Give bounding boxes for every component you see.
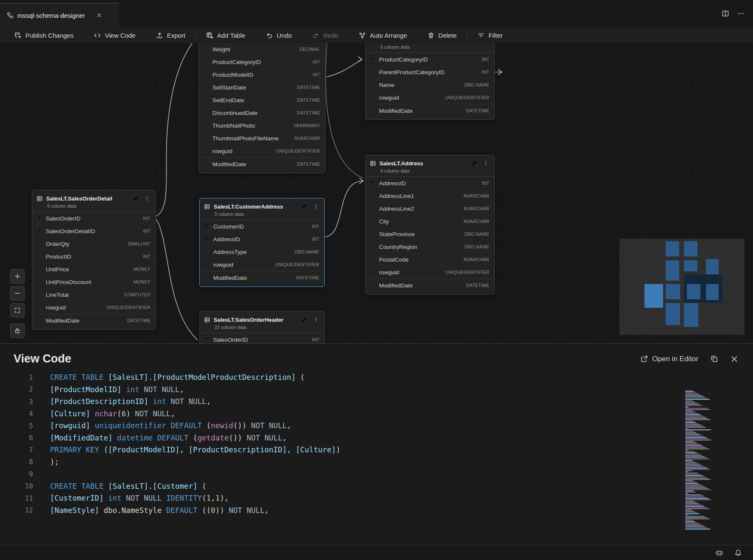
toolbar-delete-button[interactable]: Delete [417, 27, 467, 43]
table-card-product[interactable]: WeightDECIMALProductCategoryIDINTProduct… [198, 43, 326, 173]
table-row[interactable]: ProductCategoryIDINT [365, 53, 494, 66]
code-minimap-line [685, 489, 711, 490]
tab-mssql-schema-designer[interactable]: mssql-schema-designer [0, 3, 120, 27]
tab-bar: mssql-schema-designer [0, 0, 753, 27]
table-subtitle: 5 column data [200, 211, 324, 220]
table-row[interactable]: ParentProductCategoryIDINT [365, 66, 494, 78]
code-minimap-line [685, 433, 699, 434]
more-actions-icon[interactable] [737, 10, 745, 17]
table-row[interactable]: LineTotalCOMPUTED [32, 288, 156, 301]
table-card-header[interactable]: SalesLT.SalesOrderDetail [32, 190, 156, 203]
edit-table-icon[interactable] [300, 202, 308, 211]
edit-table-icon[interactable] [300, 315, 308, 324]
table-row[interactable]: ModifiedDateDATETIME [365, 279, 494, 292]
code-minimap-line [685, 488, 708, 489]
table-row[interactable]: AddressLine1NVARCHAR [365, 189, 494, 202]
zoom-out-button[interactable] [10, 286, 25, 301]
toolbar-add-table-button[interactable]: Add Table [196, 27, 255, 43]
table-row[interactable]: StateProvinceDBO.NAME [365, 228, 494, 240]
table-row[interactable]: ThumbnailPhotoFileNameNVARCHAR [199, 132, 325, 145]
table-card-customer-address[interactable]: SalesLT.CustomerAddress5 column dataCust… [199, 198, 325, 287]
open-in-editor-button[interactable]: Open in Editor [640, 355, 698, 363]
edit-table-icon[interactable] [131, 194, 139, 203]
code-minimap-line [685, 496, 704, 496]
table-menu-icon[interactable] [143, 194, 151, 203]
code-minimap-line [685, 510, 692, 510]
table-card-sales-order-detail[interactable]: SalesLT.SalesOrderDetail9 column dataSal… [32, 190, 156, 330]
table-row[interactable]: DiscontinuedDateDATETIME [199, 106, 325, 119]
code-minimap-line [685, 452, 697, 453]
code-minimap-line [685, 440, 711, 440]
table-row[interactable]: rowguidUNIQUEIDENTIFIER [365, 266, 494, 279]
table-row[interactable]: CountryRegionDBO.NAME [365, 240, 494, 253]
table-row[interactable]: CustomerIDINT [200, 220, 324, 233]
table-row[interactable]: PostalCodeNVARCHAR [365, 253, 494, 266]
table-row[interactable]: CityNVARCHAR [365, 215, 494, 228]
table-row[interactable]: ModifiedDateDATETIME [199, 157, 325, 170]
code-minimap-line [685, 427, 706, 428]
table-row[interactable]: WeightDECIMAL [199, 43, 325, 56]
table-card-header[interactable]: SalesLT.SalesOrderHeader [200, 312, 324, 324]
notifications-icon[interactable] [734, 549, 742, 557]
table-row[interactable]: AddressLine2NVARCHAR [365, 202, 494, 215]
canvas-minimap[interactable] [619, 239, 745, 335]
table-menu-icon[interactable] [312, 202, 320, 211]
zoom-out-icon [14, 290, 21, 297]
table-card-product-category[interactable]: 5 column dataProductCategoryIDINTParentP… [365, 43, 495, 120]
toolbar-export-button[interactable]: Export [146, 27, 195, 43]
table-card-address[interactable]: SalesLT.Address9 column dataAddressIDINT… [365, 155, 495, 295]
table-rows: WeightDECIMALProductCategoryIDINTProduct… [199, 43, 325, 170]
code-minimap-line [685, 512, 697, 513]
close-panel-icon[interactable] [730, 355, 739, 363]
table-row[interactable]: AddressTypeDBO.NAME [200, 245, 324, 258]
table-card-header[interactable]: SalesLT.CustomerAddress [200, 198, 324, 211]
code-minimap-line [685, 404, 700, 405]
table-row[interactable]: NameDBO.NAME [365, 78, 494, 91]
zoom-in-button[interactable] [10, 269, 25, 284]
table-row[interactable]: rowguidUNIQUEIDENTIFIER [32, 301, 156, 314]
toolbar-undo-button[interactable]: Undo [256, 27, 302, 43]
code-line: 4[Culture] nchar(6) NOT NULL, [0, 408, 753, 420]
close-tab-icon[interactable] [95, 11, 104, 20]
table-row[interactable]: ProductCategoryIDINT [199, 56, 325, 68]
code-text: [ProductModelID] int NOT NULL, [50, 385, 184, 394]
table-row[interactable]: SellStartDateDATETIME [199, 81, 325, 94]
schema-canvas[interactable]: WeightDECIMALProductCategoryIDINTProduct… [0, 43, 753, 343]
table-row[interactable]: ModifiedDateDATETIME [200, 271, 324, 284]
table-row[interactable]: SellEndDateDATETIME [199, 94, 325, 106]
table-row[interactable]: SalesOrderDetailIDINT [32, 225, 156, 237]
toolbar-view-code-button[interactable]: View Code [84, 27, 145, 43]
table-row[interactable]: rowguidUNIQUEIDENTIFIER [365, 91, 494, 104]
table-row[interactable]: AddressIDINT [200, 233, 324, 245]
table-row[interactable]: ProductIDINT [32, 250, 156, 263]
table-row[interactable]: rowguidUNIQUEIDENTIFIER [200, 258, 324, 271]
table-row[interactable]: ModifiedDateDATETIME [32, 314, 156, 327]
code-minimap[interactable] [684, 390, 717, 533]
toolbar-auto-arrange-button[interactable]: Auto Arrange [349, 27, 417, 43]
table-row[interactable]: SalesOrderIDINT [32, 212, 156, 225]
fit-view-button[interactable] [10, 303, 25, 318]
table-row[interactable]: UnitPriceDiscountMONEY [32, 276, 156, 288]
copilot-icon[interactable] [715, 549, 723, 557]
table-row[interactable]: OrderQtySMALLINT [32, 237, 156, 250]
table-card-sales-order-header[interactable]: SalesLT.SalesOrderHeader22 column dataSa… [199, 311, 325, 343]
copy-icon[interactable] [710, 355, 718, 363]
lock-button[interactable] [10, 323, 25, 338]
table-menu-icon[interactable] [312, 315, 320, 324]
toolbar-publish-button[interactable]: Publish Changes [4, 27, 84, 43]
table-row[interactable]: ModifiedDateDATETIME [365, 104, 494, 117]
table-row[interactable]: ProductModelIDINT [199, 68, 325, 81]
table-row[interactable]: rowguidUNIQUEIDENTIFIER [199, 145, 325, 157]
toolbar-filter-button[interactable]: Filter [467, 27, 513, 43]
table-row[interactable]: SalesOrderIDINT [200, 333, 324, 343]
edit-table-icon[interactable] [470, 159, 478, 167]
table-card-header[interactable]: SalesLT.Address [365, 155, 494, 167]
table-row[interactable]: ThumbNailPhotoVARBINARY [199, 119, 325, 132]
split-editor-icon[interactable] [722, 10, 729, 17]
code-minimap-line [685, 429, 711, 430]
table-row[interactable]: UnitPriceMONEY [32, 263, 156, 276]
toolbar-redo-button[interactable]: Redo [302, 27, 349, 43]
table-row[interactable]: AddressIDINT [365, 177, 494, 189]
code-minimap-line [685, 517, 707, 518]
table-menu-icon[interactable] [482, 159, 490, 167]
